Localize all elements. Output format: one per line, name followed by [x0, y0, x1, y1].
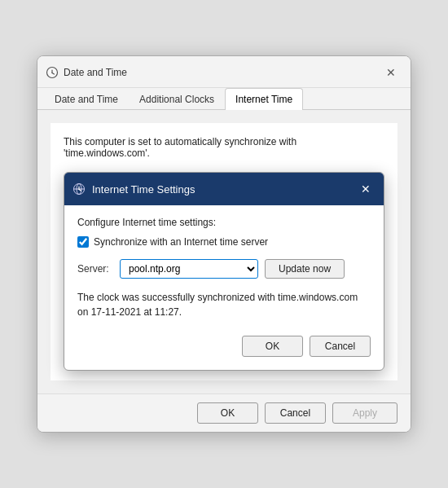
sync-message: The clock was successfully synchronized … — [77, 290, 371, 319]
outer-body: This computer is set to automatically sy… — [51, 123, 397, 380]
clock-icon — [46, 66, 59, 79]
server-row: Server: pool.ntp.org time.windows.com ti… — [77, 259, 371, 279]
sync-checkbox[interactable] — [77, 236, 89, 248]
tab-date-and-time[interactable]: Date and Time — [44, 88, 129, 110]
outer-titlebar-left: Date and Time — [46, 66, 127, 79]
inner-close-button[interactable]: ✕ — [356, 179, 376, 199]
tab-internet-time[interactable]: Internet Time — [225, 88, 303, 110]
inner-section-title: Configure Internet time settings: — [77, 217, 371, 228]
outer-info-text: This computer is set to automatically sy… — [64, 136, 384, 159]
inner-dialog-title: Internet Time Settings — [92, 183, 195, 196]
outer-body-wrapper: This computer is set to automatically sy… — [37, 110, 411, 393]
server-label: Server: — [77, 263, 113, 275]
outer-titlebar: Date and Time ✕ — [37, 56, 411, 88]
update-now-button[interactable]: Update now — [265, 259, 345, 279]
inner-titlebar: Internet Time Settings ✕ — [64, 173, 384, 205]
outer-cancel-button[interactable]: Cancel — [265, 402, 326, 424]
inner-ok-button[interactable]: OK — [242, 336, 303, 357]
checkbox-row: Synchronize with an Internet time server — [77, 236, 371, 248]
outer-apply-button[interactable]: Apply — [332, 402, 397, 424]
outer-window-title: Date and Time — [64, 67, 127, 78]
outer-window: Date and Time ✕ Date and Time Additional… — [37, 55, 411, 433]
inner-cancel-button[interactable]: Cancel — [310, 336, 371, 357]
tab-additional-clocks[interactable]: Additional Clocks — [129, 88, 225, 110]
server-select[interactable]: pool.ntp.org time.windows.com time.nist.… — [120, 259, 258, 279]
outer-footer: OK Cancel Apply — [37, 393, 411, 432]
inner-body: Configure Internet time settings: Synchr… — [64, 205, 384, 370]
sync-checkbox-label[interactable]: Synchronize with an Internet time server — [94, 236, 268, 248]
outer-close-button[interactable]: ✕ — [381, 63, 401, 82]
inner-titlebar-left: Internet Time Settings — [72, 182, 195, 196]
internet-time-icon — [72, 182, 86, 196]
inner-button-row: OK Cancel — [77, 336, 371, 360]
inner-dialog: Internet Time Settings ✕ Configure Inter… — [64, 172, 384, 371]
svg-line-7 — [79, 190, 81, 191]
tab-bar: Date and Time Additional Clocks Internet… — [37, 88, 411, 110]
outer-ok-button[interactable]: OK — [197, 402, 258, 424]
